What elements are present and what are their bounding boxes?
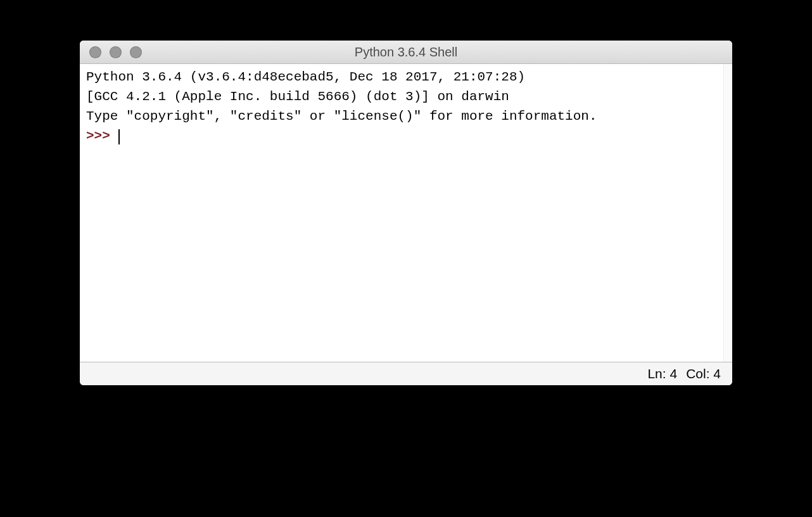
shell-line: Python 3.6.4 (v3.6.4:d48ecebad5, Dec 18 … <box>86 67 726 87</box>
shell-line: [GCC 4.2.1 (Apple Inc. build 5666) (dot … <box>86 87 726 106</box>
titlebar[interactable]: Python 3.6.4 Shell <box>80 41 732 64</box>
status-col: Col: 4 <box>686 366 721 381</box>
shell-content[interactable]: Python 3.6.4 (v3.6.4:d48ecebad5, Dec 18 … <box>80 64 732 362</box>
shell-prompt: >>> <box>86 129 118 143</box>
status-line: Ln: 4 <box>647 366 677 381</box>
shell-line: Type "copyright", "credits" or "license(… <box>86 106 726 126</box>
window-title: Python 3.6.4 Shell <box>80 45 732 60</box>
shell-text[interactable]: Python 3.6.4 (v3.6.4:d48ecebad5, Dec 18 … <box>86 67 726 146</box>
statusbar: Ln: 4 Col: 4 <box>80 362 732 385</box>
shell-prompt-line: >>> <box>86 126 726 146</box>
text-cursor-icon <box>118 129 120 144</box>
idle-shell-window: Python 3.6.4 Shell Python 3.6.4 (v3.6.4:… <box>80 41 732 385</box>
minimize-icon[interactable] <box>110 46 122 58</box>
close-icon[interactable] <box>89 46 101 58</box>
traffic-lights <box>80 46 142 58</box>
zoom-icon[interactable] <box>130 46 142 58</box>
